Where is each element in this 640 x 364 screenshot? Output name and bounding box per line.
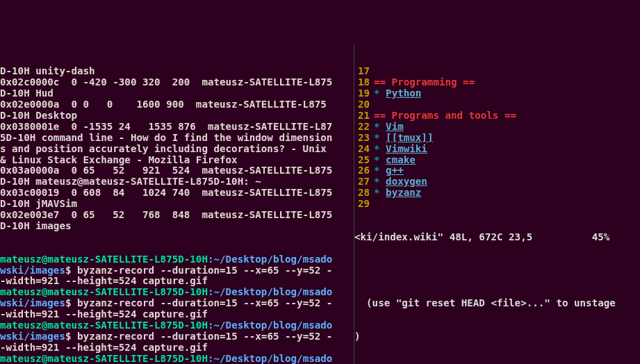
- wiki-link[interactable]: 19* Python: [354, 88, 640, 99]
- terminal-output: 0x02e003e7 0 65 52 768 848 mateusz-SATEL…: [0, 210, 354, 221]
- shell-cmd[interactable]: wski/images$ byzanz-record --duration=15…: [0, 298, 354, 309]
- shell-cmd[interactable]: wski/images$ byzanz-record --duration=15…: [0, 265, 354, 276]
- wiki-line: 20: [354, 99, 640, 110]
- git-hint: (use "git reset HEAD <file>..." to unsta…: [354, 298, 640, 309]
- terminal-output: 0x03a0000a 0 65 52 921 524 mateusz-SATEL…: [0, 165, 354, 176]
- terminal-output: D-10H Desktop: [0, 110, 354, 122]
- terminal-output: D-10H Hud: [0, 88, 354, 99]
- shell-cmd[interactable]: wski/images$ byzanz-record --duration=15…: [0, 331, 354, 342]
- terminal-output: 0x0380001e 0 -1535 24 1535 876 mateusz-S…: [0, 122, 354, 133]
- wiki-link[interactable]: 28* byzanz: [354, 188, 640, 199]
- terminal-output: D-10H mateusz@mateusz-SATELLITE-L875D-10…: [0, 176, 354, 188]
- wiki-link[interactable]: 23* [[tmux]]: [354, 133, 640, 144]
- terminal-output: 0x02c0000c 0 -420 -300 320 200 mateusz-S…: [0, 77, 354, 88]
- terminal-output: D-10H unity-dash: [0, 66, 354, 77]
- terminal-output: 0x03c00019 0 608 84 1024 740 mateusz-SAT…: [0, 188, 354, 199]
- terminal-output: D-10H images: [0, 221, 354, 232]
- git-blank: [354, 265, 640, 276]
- terminal-output: s and position accurately including deco…: [0, 144, 354, 155]
- terminal-output: D-10H jMAVSim: [0, 199, 354, 210]
- wiki-link[interactable]: 22* Vim: [354, 122, 640, 133]
- terminal-output: & Linux Stack Exchange - Mozilla Firefox: [0, 155, 354, 166]
- wiki-line: 18== Programming ==: [354, 77, 640, 88]
- shell-cmd[interactable]: -width=921 --height=524 capture.gif: [0, 342, 354, 354]
- wiki-link[interactable]: 26* g++: [354, 165, 640, 176]
- left-pane[interactable]: D-10H unity-dash0x02c0000c 0 -420 -300 3…: [0, 44, 354, 364]
- shell-cmd[interactable]: -width=921 --height=524 capture.gif: [0, 309, 354, 320]
- right-pane[interactable]: 1718== Programming ==19* Python2021== Pr…: [354, 44, 640, 364]
- wiki-link[interactable]: 27* doxygen: [354, 176, 640, 188]
- shell-prompt[interactable]: mateusz@mateusz-SATELLITE-L875D-10H:~/De…: [0, 354, 354, 364]
- shell-cmd[interactable]: -width=921 --height=524 capture.gif: [0, 276, 354, 287]
- vim-status: <ki/index.wiki" 48L, 672C 23,5 45%: [354, 232, 640, 243]
- wiki-line: 21== Programs and tools ==: [354, 110, 640, 122]
- shell-prompt[interactable]: mateusz@mateusz-SATELLITE-L875D-10H:~/De…: [0, 287, 354, 298]
- shell-prompt[interactable]: mateusz@mateusz-SATELLITE-L875D-10H:~/De…: [0, 254, 354, 265]
- git-hint: ): [354, 331, 640, 342]
- terminal-output: 0x02e0000a 0 0 0 1600 900 mateusz-SATELL…: [0, 99, 354, 110]
- wiki-link[interactable]: 24* Vimwiki: [354, 144, 640, 155]
- wiki-line: 29: [354, 199, 640, 210]
- wiki-line: 17: [354, 66, 640, 77]
- shell-prompt[interactable]: mateusz@mateusz-SATELLITE-L875D-10H:~/De…: [0, 320, 354, 331]
- terminal-output: 5D-10H command line - How do I find the …: [0, 133, 354, 144]
- wiki-link[interactable]: 25* cmake: [354, 155, 640, 166]
